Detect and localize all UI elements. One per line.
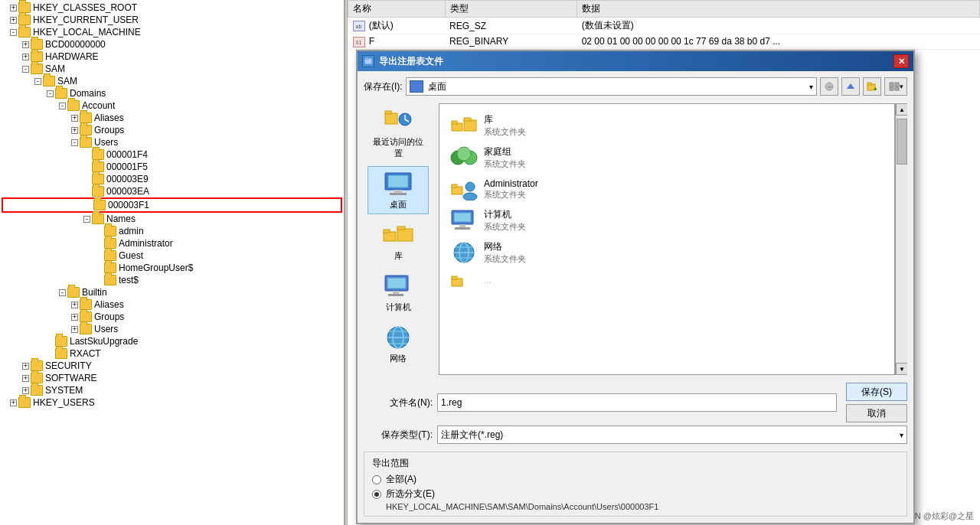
svg-rect-13 [385,111,391,114]
expand-builtin[interactable]: - [59,289,66,296]
file-name-computer: 计算机 系统文件夹 [484,208,526,233]
tree-item-homegroupuser[interactable]: HomeGroupUser$ [2,262,342,274]
expand-domains[interactable]: - [47,90,54,97]
toolbar-up-button[interactable] [841,77,860,96]
tree-item-hklm[interactable]: - HKEY_LOCAL_MACHINE [2,26,342,38]
filetype-dropdown[interactable]: 注册文件(*.reg) ▾ [437,426,907,444]
expand-hkcu[interactable]: + [10,17,17,24]
expand-hku[interactable]: + [10,399,17,406]
tree-item-user-3f1[interactable]: 000003F1 [2,197,342,213]
dialog-scrollbar[interactable]: ▲ ▼ [895,103,907,375]
tree-item-hkcu[interactable]: + HKEY_CURRENT_USER [2,14,342,26]
tree-item-software[interactable]: + SOFTWARE [2,372,342,384]
expand-aliases1[interactable]: + [71,115,78,122]
toolbar-new-folder-button[interactable]: + [863,77,881,96]
svg-rect-20 [384,230,390,233]
tree-item-user-3e9[interactable]: 000003E9 [2,173,342,185]
dialog-close-button[interactable]: ✕ [893,54,909,68]
svg-rect-8 [890,83,893,86]
tree-item-builtin-groups[interactable]: + Groups [2,311,342,323]
expand-names[interactable]: - [83,216,90,223]
tree-item-user-1f4[interactable]: 000001F4 [2,148,342,161]
tree-item-administrator[interactable]: Administrator [2,237,342,249]
tree-item-rxact[interactable]: RXACT [2,347,342,360]
radio-selected[interactable] [372,490,381,499]
dialog-title-icon [362,55,374,67]
file-item-network[interactable]: 网络 系统文件夹 [446,237,888,268]
folder-icon-administrator [104,238,116,249]
filename-input[interactable] [437,393,837,412]
tree-item-sam1[interactable]: - SAM [2,63,342,75]
tree-item-system[interactable]: + SYSTEM [2,384,342,396]
scrollbar-up-button[interactable]: ▲ [896,103,907,116]
save-location-dropdown[interactable]: 桌面 ▾ [406,77,817,96]
tree-item-hkcr[interactable]: + HKEY_CLASSES_ROOT [2,2,342,14]
radio-all-row[interactable]: 全部(A) [372,473,899,486]
tree-item-bcd[interactable]: + BCD00000000 [2,38,342,51]
dialog-title: 导出注册表文件 [362,55,443,68]
svg-rect-19 [384,232,396,241]
tree-item-names[interactable]: - Names [2,213,342,225]
expand-system[interactable]: + [22,387,29,394]
sidebar-item-desktop[interactable]: 桌面 [368,166,429,214]
folder-icon-account [67,100,80,111]
sidebar-item-computer[interactable]: 计算机 [368,269,429,317]
tree-item-guest[interactable]: Guest [2,249,342,262]
scrollbar-down-button[interactable]: ▼ [896,363,907,375]
sidebar-item-recent[interactable]: 最近访问的位置 [368,103,429,163]
tree-item-hardware[interactable]: + HARDWARE [2,51,342,63]
file-item-homegroup[interactable]: 家庭组 系统文件夹 [446,142,888,173]
expand-builtin-users[interactable]: + [71,326,78,333]
tree-item-user-1f5[interactable]: 000001F5 [2,161,342,173]
expand-security[interactable]: + [22,363,29,370]
filetype-arrow[interactable]: ▾ [900,431,903,439]
tree-panel[interactable]: + HKEY_CLASSES_ROOT + HKEY_CURRENT_USER … [0,0,345,525]
file-browser[interactable]: 库 系统文件夹 家庭组 [439,103,895,375]
tree-item-builtin-aliases[interactable]: + Aliases [2,298,342,311]
radio-selected-row[interactable]: 所选分支(E) [372,488,899,501]
tree-item-admin[interactable]: admin [2,225,342,237]
expand-builtin-groups[interactable]: + [71,314,78,321]
expand-hkcr[interactable]: + [10,5,17,11]
expand-account[interactable]: - [59,103,66,109]
tree-item-test[interactable]: test$ [2,274,342,286]
tree-item-builtin[interactable]: - Builtin [2,286,342,298]
tree-item-security[interactable]: + SECURITY [2,360,342,372]
file-item-partial[interactable]: ... [446,269,888,291]
sidebar-item-network[interactable]: 网络 [368,320,429,368]
folder-icon-hkcu [18,15,31,25]
expand-users1[interactable]: - [71,139,78,146]
file-item-computer[interactable]: 计算机 系统文件夹 [446,205,888,236]
radio-all[interactable] [372,475,381,484]
expand-sam2[interactable]: - [34,78,41,85]
tree-item-account[interactable]: - Account [2,99,342,112]
toolbar-back-button[interactable]: ← [820,77,838,96]
sidebar-recent-label: 最近访问的位置 [370,136,426,159]
sidebar-item-library[interactable]: 库 [368,217,429,266]
save-button[interactable]: 保存(S) [846,383,907,401]
expand-groups1[interactable]: + [71,127,78,134]
tree-item-user-3ea[interactable]: 000003EA [2,185,342,197]
expand-builtin-aliases[interactable]: + [71,302,78,308]
tree-item-sam2[interactable]: - SAM [2,75,342,87]
tree-item-users1[interactable]: - Users [2,136,342,148]
expand-software[interactable]: + [22,375,29,382]
tree-item-hku[interactable]: + HKEY_USERS [2,396,342,409]
folder-icon-builtin-users [80,324,92,334]
expand-sam1[interactable]: - [22,66,29,73]
file-item-administrator[interactable]: Administrator 系统文件夹 [446,174,888,204]
expand-bcd[interactable]: + [22,41,29,48]
tree-item-domains[interactable]: - Domains [2,87,342,99]
tree-item-aliases1[interactable]: + Aliases [2,112,342,124]
folder-icon-3e9 [92,174,104,184]
location-dropdown-arrow[interactable]: ▾ [809,83,813,91]
scrollbar-thumb[interactable] [897,119,907,165]
expand-hklm[interactable]: - [10,29,17,36]
tree-item-builtin-users[interactable]: + Users [2,323,342,335]
tree-item-groups1[interactable]: + Groups [2,124,342,136]
cancel-button[interactable]: 取消 [846,404,907,422]
toolbar-view-button[interactable]: ▾ [884,77,907,96]
tree-item-lastsku[interactable]: LastSkuUpgrade [2,335,342,347]
file-item-library[interactable]: 库 系统文件夹 [446,110,888,141]
expand-hardware[interactable]: + [22,54,29,60]
